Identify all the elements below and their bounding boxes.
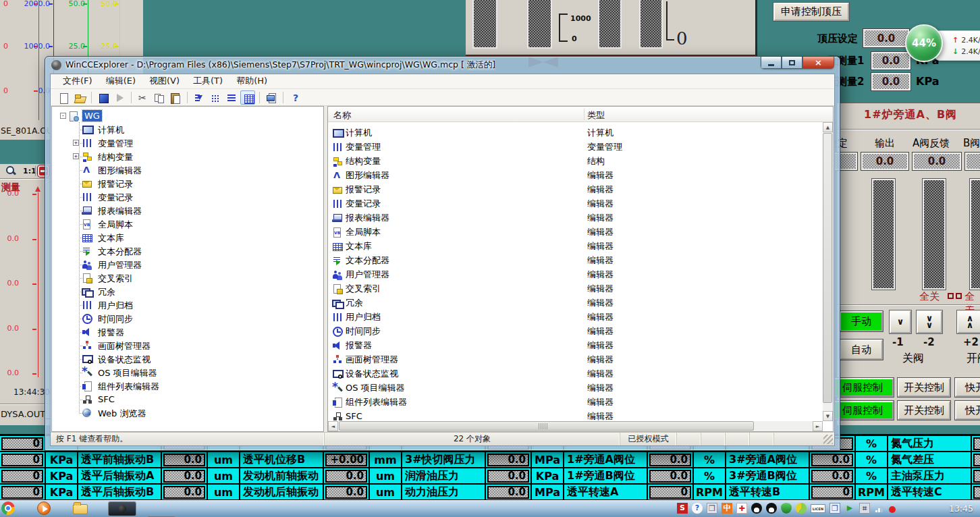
window-titlebar[interactable]: WinCCExplorer - D:\Program Files (x86)\S… [45,57,840,74]
switch-control-button-1[interactable]: 开关控制 [898,378,950,397]
tree-item[interactable]: 计算机 [52,123,323,136]
tree-item[interactable]: 报表编辑器 [52,204,323,217]
taskbar-media-player-button[interactable] [37,501,51,515]
list-row[interactable]: 全局脚本编辑器 [328,225,833,239]
scroll-up-arrow[interactable]: ▲ [823,122,833,132]
resize-grip[interactable] [823,435,833,444]
cut-toolbar-button[interactable] [136,90,151,105]
signal-tray-icon[interactable] [874,503,885,514]
maximize-button[interactable] [782,57,802,69]
tree-item[interactable]: 用户管理器 [52,258,323,271]
step-down-1-button[interactable]: ∨ [890,310,911,333]
close-button[interactable]: × [802,57,834,69]
list-row[interactable]: 交叉索引编辑器 [328,281,833,296]
list-row[interactable]: 画面树管理器编辑器 [328,352,833,366]
open-toolbar-button[interactable] [72,90,87,105]
list-row[interactable]: 报警器编辑器 [328,338,833,352]
window-restore-tray-icon[interactable]: ❒ [707,503,717,514]
tree-item[interactable]: 变量记录 [52,190,323,204]
taskbar-wincc-button[interactable] [108,501,136,516]
viewlist-toolbar-button[interactable] [224,90,239,105]
tree-item[interactable]: 图形编辑器 [52,163,323,177]
scroll-left-arrow[interactable]: ◄ [328,421,338,431]
play-green-tray-icon[interactable]: ▶ [844,503,855,514]
red-cross-tray-icon[interactable]: ✚ [736,503,747,514]
qq-2-tray-icon[interactable] [766,503,777,514]
shield-green-tray-icon[interactable] [781,503,792,514]
tree-item[interactable]: 文本分配器 [52,244,323,258]
menu-item[interactable]: 视图(V) [142,74,186,89]
switch-control-button-2[interactable]: 开关控制 [898,401,950,420]
manual-mode-button[interactable]: 手动 [840,311,883,331]
servo-control-button-1[interactable]: 伺服控制 [832,378,894,397]
play-toolbar-button[interactable] [112,90,127,105]
minimize-button[interactable] [761,57,782,69]
horizontal-scrollbar[interactable]: ◄ ► [328,421,823,431]
tree-item[interactable]: 组件列表编辑器 [52,379,323,393]
license-tray-icon[interactable]: LICEN [811,504,825,513]
scroll-down-arrow[interactable]: ▼ [823,411,833,421]
tree-item[interactable]: +变量管理 [52,136,323,150]
input-zh-tray-icon[interactable]: 中 [722,503,732,514]
taskbar-clock[interactable]: 13:45 [949,504,973,514]
horizontal-scroll-thumb[interactable] [339,421,754,431]
tree-item[interactable]: 全局脚本 [52,217,323,231]
keyboard-tray-icon[interactable]: ⌗ [859,503,870,514]
paste-toolbar-button[interactable] [168,90,183,105]
tree-item[interactable]: 冗余 [52,285,323,298]
tree-item-root[interactable]: -WG [52,109,323,123]
menu-item[interactable]: 帮助(H) [229,74,274,89]
tree-item[interactable]: OS 项目编辑器 [52,366,323,379]
orb-green-tray-icon[interactable] [796,503,807,514]
help-tray-icon[interactable]: ? [692,503,703,514]
viewgrid-toolbar-button[interactable] [240,90,255,105]
help-toolbar-button[interactable] [288,90,302,105]
alert-dot-tray-icon[interactable] [889,506,896,513]
tree-item[interactable]: 设备状态监视 [52,352,323,366]
request-top-pressure-button[interactable]: 申请控制顶压 [773,3,849,21]
list-row[interactable]: 组件列表编辑器编辑器 [328,395,833,409]
list-row[interactable]: 用户管理器编辑器 [328,267,833,281]
tree-item[interactable]: 时间同步 [52,312,323,325]
multi-toolbar-button[interactable] [208,90,223,105]
net-guard-ball[interactable]: 44% [905,24,943,62]
tree-item[interactable]: 文本库 [52,231,323,244]
list-row[interactable]: 报表编辑器编辑器 [328,211,833,225]
list-row[interactable]: 文本分配器编辑器 [328,253,833,267]
list-row[interactable]: 结构变量结构 [328,154,833,168]
menu-item[interactable]: 工具(T) [186,74,229,89]
tree-item[interactable]: 报警记录 [52,177,323,190]
scroll-right-arrow[interactable]: ► [813,421,823,431]
list-row[interactable]: 计算机计算机 [328,126,833,140]
qq-1-tray-icon[interactable] [751,503,762,514]
list-row[interactable]: 图形编辑器编辑器 [328,168,833,182]
taskbar-folder-button[interactable] [73,501,88,514]
copy-toolbar-button[interactable] [152,90,167,105]
vertical-scrollbar[interactable]: ▲ ▼ [823,122,833,421]
list-row[interactable]: 文本库编辑器 [328,239,833,253]
tree-item[interactable]: SFC [52,393,323,406]
tree-item[interactable]: +结构变量 [52,150,323,163]
step-down-2-button[interactable]: ∨∨ [917,310,942,333]
list-row[interactable]: 报警记录编辑器 [328,182,833,196]
tree-expand-box[interactable]: + [73,140,79,146]
list-row[interactable]: 变量管理变量管理 [328,140,833,154]
tree-item[interactable]: 交叉索引 [52,271,323,285]
tree-expand-box[interactable]: - [60,113,66,119]
menu-item[interactable]: 文件(F) [56,74,99,89]
list-row[interactable]: OS 项目编辑器编辑器 [328,381,833,395]
vertical-scroll-thumb[interactable] [823,133,832,403]
auto-mode-button[interactable]: 自动 [840,339,883,360]
stop-toolbar-button[interactable] [96,90,111,105]
props-toolbar-button[interactable] [264,90,279,105]
fast-open-button-1[interactable]: 快开 [955,378,980,397]
tree-item[interactable]: 画面树管理器 [52,339,323,352]
list-row[interactable]: 变量记录编辑器 [328,196,833,211]
list-row[interactable]: 用户归档编辑器 [328,310,833,324]
new-toolbar-button[interactable] [56,90,71,105]
fast-open-button-2[interactable]: 快开 [955,401,980,420]
list-row[interactable]: 设备状态监视编辑器 [328,366,833,381]
safety-s-tray-icon[interactable]: S [677,503,688,514]
step-up-2-button[interactable]: ∧∧ [957,310,980,333]
tree-item[interactable]: Web 浏览器 [52,406,323,420]
